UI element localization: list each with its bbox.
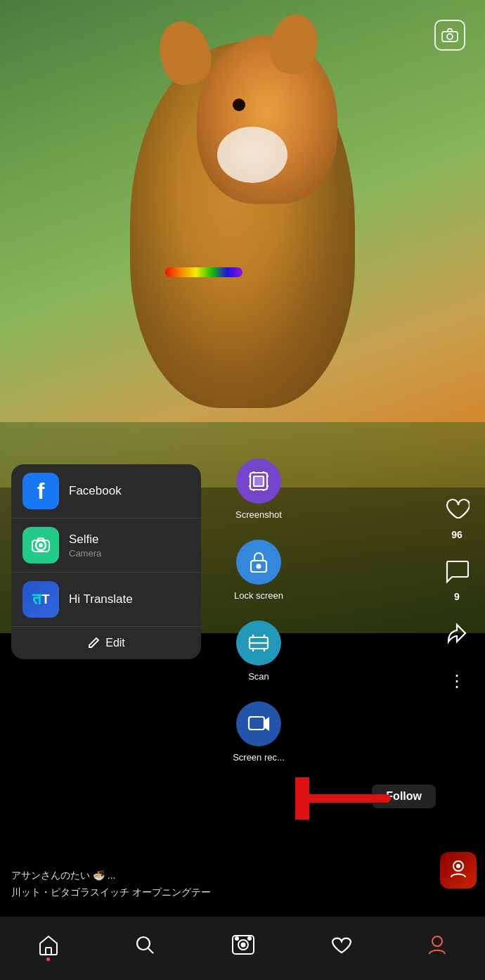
- caption-line1: アサンさんのたい 🍜 ...: [11, 870, 418, 882]
- lockscreen-label: Lock screen: [234, 590, 283, 601]
- red-arrow-annotation: [295, 777, 394, 820]
- share-icon: [440, 616, 474, 650]
- svg-rect-15: [46, 948, 51, 955]
- more-options-icon[interactable]: ⋮: [448, 671, 465, 691]
- video-caption: アサンさんのたい 🍜 ... 川ット・ピタゴラスイッチ オープニングテー: [0, 870, 429, 899]
- quick-actions-panel: Screenshot Lock screen Scan: [209, 449, 308, 772]
- comment-icon: [440, 554, 474, 588]
- svg-point-16: [137, 937, 150, 950]
- creator-app-icon: [440, 852, 477, 889]
- svg-point-1: [447, 34, 453, 39]
- app-shortcuts-panel: f Facebook Selfie Camera तT Hi Translate: [11, 464, 201, 659]
- svg-line-17: [148, 948, 153, 953]
- screenrec-label: Screen rec...: [233, 752, 285, 763]
- svg-rect-13: [249, 717, 264, 730]
- like-button[interactable]: 96: [440, 492, 474, 540]
- hitranslate-app-item[interactable]: तT Hi Translate: [11, 573, 201, 626]
- nav-heart[interactable]: [331, 935, 352, 955]
- facebook-app-item[interactable]: f Facebook: [11, 464, 201, 518]
- comment-button[interactable]: 9: [440, 554, 474, 602]
- screenshot-action[interactable]: Screenshot: [209, 449, 308, 530]
- screenshot-label: Screenshot: [235, 509, 282, 520]
- selfie-app-item[interactable]: Selfie Camera: [11, 518, 201, 573]
- hitranslate-icon: तT: [22, 581, 59, 618]
- selfie-icon: [22, 527, 59, 564]
- svg-point-21: [235, 937, 238, 940]
- edit-label: Edit: [105, 637, 125, 649]
- navigation-bar: [0, 917, 485, 980]
- facebook-label: Facebook: [69, 484, 122, 498]
- svg-point-5: [39, 543, 43, 547]
- lockscreen-action[interactable]: Lock screen: [209, 530, 308, 611]
- share-button[interactable]: [440, 616, 474, 650]
- edit-shortcuts-button[interactable]: Edit: [11, 626, 201, 659]
- right-actions-panel: 96 9 ⋮: [440, 492, 474, 691]
- heart-icon: [440, 492, 474, 526]
- nav-reels[interactable]: [231, 934, 255, 955]
- selfie-label: Selfie Camera: [69, 533, 101, 559]
- nav-home-dot: [46, 957, 50, 961]
- comment-count: 9: [454, 591, 460, 602]
- svg-point-22: [248, 937, 251, 940]
- scan-action[interactable]: Scan: [209, 611, 308, 692]
- svg-rect-0: [442, 32, 458, 42]
- svg-point-20: [241, 943, 245, 947]
- facebook-icon: f: [22, 473, 59, 509]
- scan-label: Scan: [248, 671, 269, 682]
- screenshot-icon: [236, 459, 281, 504]
- hitranslate-label: Hi Translate: [69, 592, 133, 606]
- lockscreen-icon: [236, 540, 281, 585]
- nav-search[interactable]: [134, 934, 155, 955]
- nav-home[interactable]: [38, 934, 59, 955]
- svg-point-3: [456, 864, 460, 868]
- screenrec-icon: [236, 701, 281, 746]
- screenrec-action[interactable]: Screen rec...: [209, 692, 308, 772]
- svg-point-10: [257, 565, 261, 568]
- like-count: 96: [451, 529, 463, 540]
- caption-line2: 川ット・ピタゴラスイッチ オープニングテー: [11, 886, 418, 899]
- nav-profile[interactable]: [427, 934, 447, 955]
- svg-point-23: [432, 936, 442, 946]
- svg-rect-8: [254, 476, 264, 486]
- scan-icon: [236, 621, 281, 666]
- camera-icon[interactable]: [434, 20, 465, 51]
